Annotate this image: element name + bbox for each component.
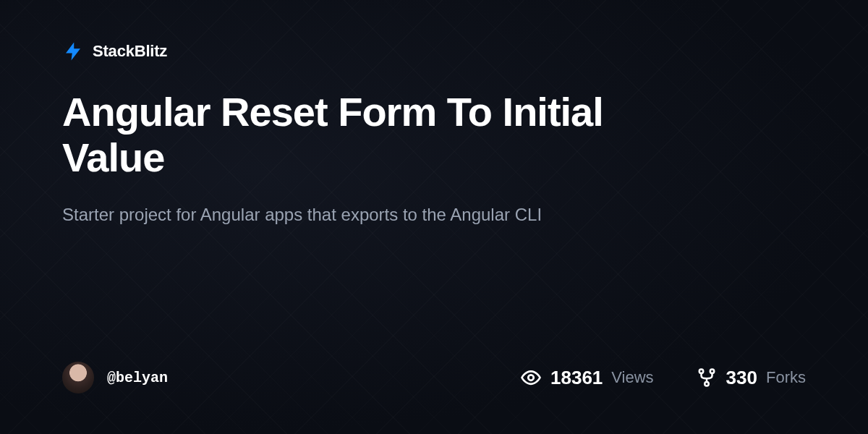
brand-name: StackBlitz xyxy=(93,42,167,61)
brand-header: StackBlitz xyxy=(62,41,806,62)
fork-icon xyxy=(696,367,718,388)
forks-stat: 330 Forks xyxy=(696,367,806,389)
views-label: Views xyxy=(611,368,653,387)
avatar xyxy=(62,362,94,393)
bolt-icon xyxy=(62,41,84,62)
forks-count: 330 xyxy=(726,367,757,389)
social-card: StackBlitz Angular Reset Form To Initial… xyxy=(0,0,868,434)
footer-bar: @belyan 18361 Views 330 Forks xyxy=(62,362,806,434)
project-description: Starter project for Angular apps that ex… xyxy=(62,202,612,228)
author-handle: @belyan xyxy=(107,370,168,386)
forks-label: Forks xyxy=(766,368,806,387)
svg-point-0 xyxy=(528,375,534,380)
views-stat: 18361 Views xyxy=(520,367,654,389)
eye-icon xyxy=(520,367,542,388)
views-count: 18361 xyxy=(550,367,603,389)
project-title: Angular Reset Form To Initial Value xyxy=(62,90,713,180)
